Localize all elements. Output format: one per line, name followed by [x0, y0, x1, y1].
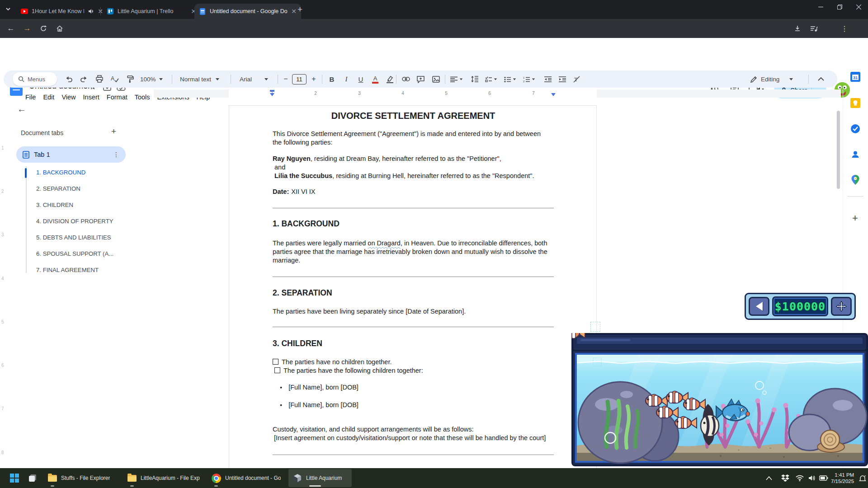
notification-bell-icon[interactable]: z [859, 468, 866, 488]
do c-text-line[interactable]: The parties were legally married on Drag… [273, 239, 555, 248]
paragraph-style-select[interactable]: Normal text [180, 70, 219, 88]
tab-options-icon[interactable]: ⋮ [113, 151, 119, 158]
volume-tray-icon[interactable] [808, 468, 816, 488]
insert-link-button[interactable] [401, 74, 411, 84]
decrease-indent-button[interactable] [542, 74, 553, 84]
home-button[interactable] [54, 23, 65, 34]
left-indent-marker[interactable] [270, 93, 274, 96]
little-aquarium-window[interactable] [571, 333, 868, 466]
doc-heading-1[interactable]: 1. BACKGROUND [273, 219, 340, 229]
doc-date-line[interactable]: Date:XII VI IX [273, 188, 555, 196]
spellcheck-button[interactable]: A [109, 74, 120, 84]
doc-text-line[interactable]: Ray Nguyen, residing at Dream Bay, herei… [273, 155, 555, 163]
sidebar-tab-1[interactable]: Tab 1 ⋮ [16, 146, 126, 163]
tab-google-docs[interactable]: Untitled document - Google Do ✕ [194, 4, 301, 19]
keep-icon[interactable] [850, 98, 861, 108]
editing-mode-select[interactable]: Editing [750, 70, 793, 88]
forward-button[interactable]: → [22, 23, 33, 34]
paint-format-button[interactable] [125, 74, 136, 84]
get-addons-button[interactable]: + [852, 212, 858, 224]
bulleted-list-button[interactable] [503, 74, 517, 84]
task-view-button[interactable] [24, 469, 42, 487]
doc-bullet-line[interactable]: [Full Name], born [DOB] [280, 401, 562, 409]
window-minimize-button[interactable] [811, 0, 830, 14]
increase-indent-button[interactable] [557, 74, 568, 84]
menu-tools[interactable]: Tools [131, 92, 154, 102]
underline-button[interactable]: U [355, 74, 366, 84]
outline-item-final[interactable]: 7. FINAL AGREEMENT [36, 267, 140, 273]
font-size-decrease-button[interactable]: − [280, 74, 291, 84]
menu-edit[interactable]: Edit [39, 92, 58, 102]
wifi-tray-icon[interactable] [796, 468, 804, 488]
taskbar-little-aquarium-game[interactable]: Little Aquarium [288, 469, 352, 487]
taskbar-stuffs-explorer[interactable]: Stuffs - File Explorer [43, 469, 125, 487]
redo-button[interactable] [79, 74, 90, 84]
numbered-list-button[interactable]: 12 [522, 74, 536, 84]
document-page[interactable]: DIVORCE SETTLEMENT AGREEMENT This Divorc… [229, 105, 597, 488]
maps-icon[interactable] [850, 174, 861, 185]
tasks-icon[interactable] [850, 123, 861, 134]
doc-heading-3[interactable]: 3. CHILDREN [273, 339, 322, 348]
doc-text-line[interactable]: The parties have been living separately … [273, 307, 555, 316]
new-tab-button[interactable]: + [297, 5, 302, 14]
line-spacing-button[interactable] [469, 74, 480, 84]
italic-button[interactable]: I [341, 74, 352, 84]
document-scrollbar[interactable] [837, 111, 840, 189]
menu-format[interactable]: Format [103, 92, 131, 102]
bold-button[interactable]: B [326, 74, 337, 84]
outline-item-background[interactable]: 1. BACKGROUND [36, 169, 140, 176]
undo-button[interactable] [63, 74, 74, 84]
move-widget-button[interactable] [831, 297, 852, 316]
add-comment-button[interactable] [415, 74, 426, 84]
insert-image-button[interactable] [430, 74, 441, 84]
doc-text-line[interactable]: and [274, 163, 557, 172]
downloads-icon[interactable] [792, 23, 803, 34]
aquarium-money-widget[interactable]: $100000 [745, 293, 856, 320]
battery-tray-icon[interactable] [819, 468, 828, 488]
contacts-icon[interactable] [850, 149, 861, 160]
dropbox-tray-icon[interactable] [781, 468, 789, 488]
tab-youtube[interactable]: 1Hour Let Me Know Remix ✕ [16, 4, 108, 19]
taskbar-littleaquarium-explorer[interactable]: LittleAquarium - File Exp [123, 469, 208, 487]
doc-heading-2[interactable]: 2. SEPARATION [273, 288, 332, 298]
reload-button[interactable] [38, 23, 49, 34]
doc-heading-title[interactable]: DIVORCE SETTLEMENT AGREEMENT [229, 112, 597, 120]
doc-text-line[interactable]: Custody, visitation, and child support a… [273, 425, 555, 434]
taskbar-chrome-docs[interactable]: Untitled document - Go [207, 469, 289, 487]
outline-item-debts[interactable]: 5. DEBTS AND LIABILITIES [36, 234, 140, 241]
add-tab-button[interactable]: + [111, 127, 116, 136]
horizontal-ruler[interactable]: 1 2 3 4 5 6 7 [154, 89, 841, 98]
window-maximize-button[interactable] [830, 0, 849, 14]
first-line-indent-marker[interactable] [270, 90, 274, 92]
right-indent-marker[interactable] [551, 93, 556, 96]
checkbox-icon[interactable] [274, 367, 280, 373]
menu-file[interactable]: File [22, 92, 39, 102]
doc-text-line[interactable]: [Insert agreement on custody/visitation/… [274, 434, 556, 442]
menu-view[interactable]: View [58, 92, 79, 102]
outline-item-spousal[interactable]: 6. SPOUSAL SUPPORT (A... [36, 250, 140, 257]
doc-checkbox-line[interactable]: The parties have no children together. [273, 358, 555, 366]
align-button[interactable] [449, 74, 464, 84]
doc-text-line[interactable]: Lilia the Succubus, residing at Burning … [274, 172, 557, 180]
tray-clock[interactable]: 1:41 PM7/15/2025 [831, 468, 854, 488]
text-color-button[interactable]: A [370, 74, 381, 84]
doc-text-line[interactable]: the following parties: [273, 138, 555, 147]
doc-text-line[interactable]: marriage. [273, 256, 555, 265]
tab-trello[interactable]: Little Aquarium | Trello ✕ [102, 4, 201, 19]
outline-item-children[interactable]: 3. CHILDREN [36, 202, 140, 208]
back-button[interactable]: ← [5, 23, 16, 34]
highlight-color-button[interactable] [384, 74, 395, 84]
doc-text-line[interactable]: This Divorce Settlement Agreement ("Agre… [273, 130, 555, 138]
doc-bullet-line[interactable]: [Full Name], born [DOB] [280, 383, 562, 392]
window-close-button[interactable] [849, 0, 868, 14]
calendar-icon[interactable]: 31 [850, 71, 861, 82]
checkbox-icon[interactable] [273, 359, 278, 365]
media-controls-icon[interactable] [808, 23, 819, 34]
tab-close-icon[interactable]: ✕ [291, 8, 297, 14]
start-button[interactable] [5, 469, 24, 487]
print-button[interactable] [94, 74, 105, 84]
zoom-select[interactable]: 100% [140, 70, 163, 88]
menu-insert[interactable]: Insert [80, 92, 103, 102]
browser-menu-icon[interactable]: ⋮ [839, 23, 850, 34]
collapse-widget-button[interactable] [749, 297, 769, 316]
